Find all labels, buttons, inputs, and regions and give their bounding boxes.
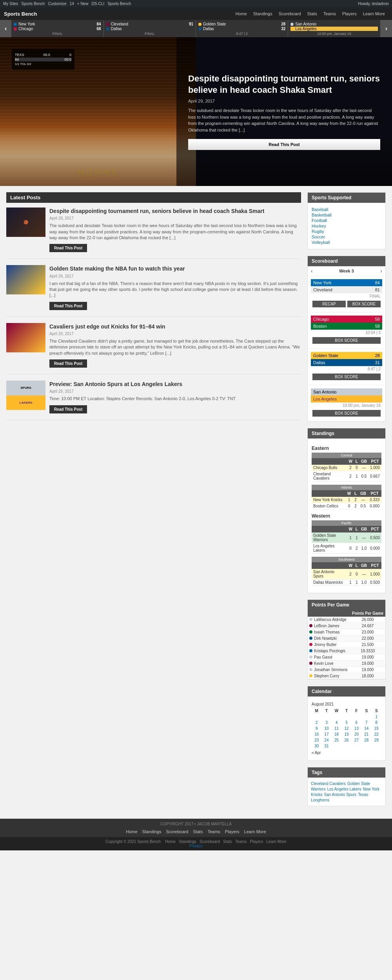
sport-baseball[interactable]: Baseball	[312, 207, 381, 212]
site-title[interactable]: Sports Bench	[4, 8, 37, 20]
calendar-day-link[interactable]: 27	[354, 738, 359, 742]
menu-learn-more[interactable]: Learn More	[360, 7, 388, 20]
footer-home[interactable]: Home	[126, 829, 137, 834]
footer-teams[interactable]: Teams	[207, 829, 220, 834]
tag-link[interactable]: San Antonio Spurs	[324, 792, 356, 797]
calendar-day-link[interactable]: 20	[354, 732, 359, 736]
calendar-day-link[interactable]: 16	[314, 732, 319, 736]
footer-learn-more[interactable]: Learn More	[244, 829, 266, 834]
calendar-day-link[interactable]: 8	[375, 720, 377, 725]
calendar-day[interactable]: 10	[321, 726, 331, 731]
sport-soccer[interactable]: Soccer	[312, 234, 381, 240]
calendar-day[interactable]: 4	[332, 720, 341, 726]
menu-players[interactable]: Players	[339, 7, 360, 20]
score-prev-btn[interactable]: ‹	[0, 20, 11, 37]
menu-stats[interactable]: Stats	[304, 7, 320, 20]
scoreboard-g4-boxscore-btn[interactable]: BOX SCORE	[312, 410, 381, 417]
calendar-day-link[interactable]: 13	[354, 726, 359, 731]
calendar-day-link[interactable]: 14	[364, 726, 368, 731]
menu-teams[interactable]: Teams	[320, 7, 339, 20]
calendar-day[interactable]: 29	[372, 737, 381, 743]
admin-my-sites[interactable]: My Sites	[3, 2, 18, 6]
calendar-day[interactable]: 9	[312, 726, 321, 731]
calendar-day[interactable]: 15	[372, 726, 381, 731]
calendar-day-link[interactable]: 21	[364, 732, 368, 736]
post-read-more-4[interactable]: Read This Post	[49, 405, 87, 413]
calendar-day[interactable]: 16	[312, 731, 321, 737]
admin-new[interactable]: + New	[77, 2, 89, 6]
admin-sports-bench[interactable]: Sports Bench	[21, 2, 45, 6]
post-read-more-3[interactable]: Read This Post	[49, 359, 87, 368]
calendar-day[interactable]: 8	[372, 720, 381, 726]
tag-link[interactable]: Cleveland Cavaliers	[311, 781, 346, 786]
calendar-day-link[interactable]: 1	[375, 715, 377, 719]
calendar-day[interactable]: 25	[332, 737, 341, 743]
calendar-day[interactable]: 17	[321, 731, 331, 737]
calendar-day-link[interactable]: 3	[325, 720, 328, 725]
sport-football[interactable]: Football	[312, 218, 381, 223]
tag-link[interactable]: Los Angeles Lakers	[327, 787, 361, 791]
calendar-day[interactable]: 7	[361, 720, 371, 726]
menu-standings[interactable]: Standings	[250, 7, 276, 20]
calendar-day-link[interactable]: 6	[356, 720, 358, 725]
calendar-day-link[interactable]: 28	[364, 738, 368, 742]
calendar-day-link[interactable]: 31	[325, 744, 329, 748]
sport-rugby[interactable]: Rugby	[312, 229, 381, 234]
calendar-day-link[interactable]: 5	[345, 720, 348, 725]
calendar-day-link[interactable]: 22	[374, 732, 379, 736]
calendar-day[interactable]: 14	[361, 726, 371, 731]
scoreboard-g2-boxscore-btn[interactable]: BOX SCORE	[312, 337, 381, 344]
calendar-day-link[interactable]: 4	[336, 720, 338, 725]
footer-privacy[interactable]: Privacy	[190, 844, 203, 848]
calendar-day[interactable]: 12	[341, 726, 351, 731]
footer-standings[interactable]: Standings	[142, 829, 162, 834]
calendar-day-link[interactable]: 26	[344, 738, 348, 742]
calendar-day[interactable]: 24	[321, 737, 331, 743]
scoreboard-g1-recap-btn[interactable]: RECAP	[312, 301, 346, 307]
calendar-day[interactable]: 23	[312, 737, 321, 743]
calendar-day[interactable]: 30	[312, 743, 321, 749]
calendar-day[interactable]: 3	[321, 720, 331, 726]
footer-players[interactable]: Players	[225, 829, 240, 834]
calendar-day[interactable]: 13	[352, 726, 361, 731]
sport-volleyball[interactable]: Volleyball	[312, 240, 381, 245]
calendar-day-link[interactable]: 7	[365, 720, 368, 725]
calendar-day[interactable]: 28	[361, 737, 371, 743]
calendar-day-link[interactable]: 9	[316, 726, 318, 731]
menu-scoreboard[interactable]: Scoreboard	[276, 7, 304, 20]
calendar-day-link[interactable]: 19	[344, 732, 348, 736]
calendar-day-link[interactable]: 12	[344, 726, 348, 731]
calendar-day-link[interactable]: 17	[325, 732, 329, 736]
calendar-day[interactable]: 26	[341, 737, 351, 743]
calendar-day[interactable]: 1	[372, 714, 381, 720]
calendar-day-link[interactable]: 11	[334, 726, 339, 731]
calendar-day[interactable]: 27	[352, 737, 361, 743]
calendar-day-link[interactable]: 2	[316, 720, 318, 725]
calendar-day-link[interactable]: 25	[334, 738, 339, 742]
footer-scoreboard[interactable]: Scoreboard	[166, 829, 188, 834]
calendar-prev-link[interactable]: « Apr	[312, 751, 321, 755]
calendar-day[interactable]: 21	[361, 731, 371, 737]
calendar-day[interactable]: 2	[312, 720, 321, 726]
post-read-more-2[interactable]: Read This Post	[49, 302, 87, 310]
post-read-more-1[interactable]: Read This Post	[49, 244, 87, 252]
calendar-day-link[interactable]: 30	[314, 744, 319, 748]
calendar-day[interactable]: 19	[341, 731, 351, 737]
scoreboard-prev-btn[interactable]: ‹	[311, 268, 313, 274]
calendar-prev-month[interactable]: « Apr	[312, 749, 381, 756]
sport-hockey[interactable]: Hockey	[312, 223, 381, 229]
admin-sports-bench2[interactable]: Sports Bench	[107, 2, 131, 6]
menu-home[interactable]: Home	[232, 7, 250, 20]
score-next-btn[interactable]: ›	[381, 20, 392, 37]
calendar-day[interactable]: 22	[372, 731, 381, 737]
calendar-day-link[interactable]: 18	[334, 732, 339, 736]
calendar-day[interactable]: 11	[332, 726, 341, 731]
calendar-day-link[interactable]: 10	[325, 726, 329, 731]
calendar-day[interactable]: 6	[352, 720, 361, 726]
sport-basketball[interactable]: Basketball	[312, 212, 381, 218]
scoreboard-next-btn[interactable]: ›	[380, 268, 382, 274]
calendar-day[interactable]: 18	[332, 731, 341, 737]
calendar-day[interactable]: 20	[352, 731, 361, 737]
calendar-day[interactable]: 31	[321, 743, 331, 749]
scoreboard-g1-boxscore-btn[interactable]: BOX SCORE	[347, 301, 381, 307]
